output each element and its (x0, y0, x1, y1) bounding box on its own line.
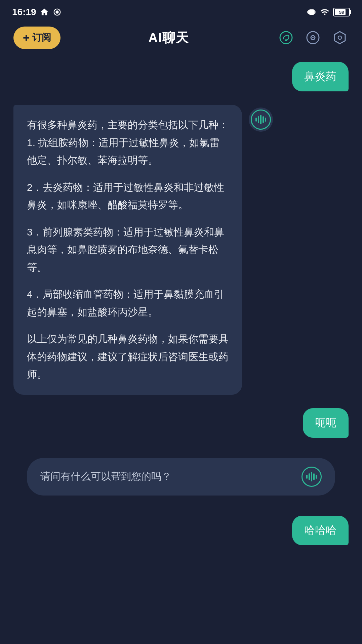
ai-audio-play-button[interactable] (249, 108, 273, 132)
input-placeholder: 请问有什么可以帮到您的吗？ (40, 470, 171, 483)
status-right-icons: 58 (307, 7, 350, 17)
svg-marker-7 (334, 32, 345, 44)
user-message-1: 鼻炎药 (13, 62, 349, 91)
ai-para-3: 3．前列腺素类药物：适用于过敏性鼻炎和鼻息肉等，如鼻腔喷雾的布地奈德、氟替卡松等… (27, 223, 229, 276)
chat-avatar-icon (279, 30, 293, 45)
input-audio-button[interactable] (301, 467, 322, 487)
subscribe-label: 订阅 (32, 31, 51, 44)
chat-input-field[interactable]: 请问有什么可以帮到您的吗？ (27, 458, 335, 496)
chat-area: 鼻炎药 有很多种鼻炎药，主要的分类包括以下几种：1. 抗组胺药物：适用于过敏性鼻… (0, 55, 362, 552)
input-audio-wave (306, 472, 317, 481)
ai-para-2: 2．去炎药物：适用于过敏性鼻炎和非过敏性鼻炎，如咪康唑、醋酸福莫特罗等。 (27, 179, 229, 214)
svg-point-2 (280, 32, 292, 44)
face-icon-button[interactable] (304, 29, 322, 46)
user-message-3: 哈哈哈 (13, 516, 349, 545)
input-area: 请问有什么可以帮到您的吗？ (13, 451, 349, 502)
ai-para-1: 有很多种鼻炎药，主要的分类包括以下几种：1. 抗组胺药物：适用于过敏性鼻炎，如氯… (27, 116, 229, 169)
ai-para-5: 以上仅为常见的几种鼻炎药物，如果你需要具体的药物建议，建议了解症状后咨询医生或药… (27, 330, 229, 383)
hexagon-settings-icon (332, 30, 347, 45)
status-bar: 16:19 58 (0, 0, 362, 22)
input-audio-wave-circle (301, 467, 322, 487)
user-bubble-3: 哈哈哈 (292, 516, 349, 545)
face-circle-icon (306, 30, 320, 45)
ai-para-4: 4．局部收缩血管药物：适用于鼻黏膜充血引起的鼻塞，如盐酸环丙沙星。 (27, 286, 229, 321)
user-bubble-1: 鼻炎药 (292, 62, 349, 91)
svg-point-6 (312, 37, 314, 38)
svg-point-8 (338, 36, 341, 39)
user-bubble-2: 呃呃 (303, 408, 349, 438)
status-time: 16:19 (12, 7, 62, 17)
subscribe-button[interactable]: + 订阅 (13, 27, 61, 49)
ai-message-1: 有很多种鼻炎药，主要的分类包括以下几种：1. 抗组胺药物：适用于过敏性鼻炎，如氯… (13, 105, 349, 395)
header: + 订阅 AI聊天 (0, 22, 362, 55)
vibrate-icon (307, 7, 316, 17)
svg-point-3 (285, 39, 287, 41)
header-icon-group (277, 29, 349, 46)
battery-indicator: 58 (333, 8, 350, 16)
user-message-2: 呃呃 (13, 408, 349, 438)
settings-icon-button[interactable] (331, 29, 349, 46)
home-icon (40, 7, 49, 17)
time-display: 16:19 (12, 7, 36, 17)
svg-point-1 (55, 10, 58, 13)
record-icon (52, 7, 62, 17)
header-title: AI聊天 (148, 29, 189, 46)
ai-bubble-1: 有很多种鼻炎药，主要的分类包括以下几种：1. 抗组胺药物：适用于过敏性鼻炎，如氯… (13, 105, 242, 395)
audio-circle-icon (251, 110, 271, 130)
wifi-icon (320, 7, 330, 17)
chat-avatar-button[interactable] (277, 29, 295, 46)
audio-wave-icon (255, 115, 266, 124)
subscribe-plus-icon: + (23, 31, 30, 44)
